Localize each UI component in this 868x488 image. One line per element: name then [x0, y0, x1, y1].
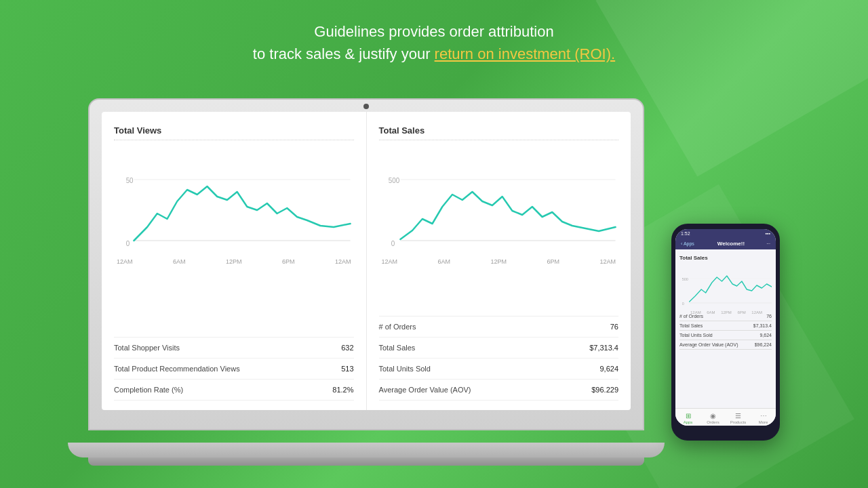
- right-stat-label-1: Total Sales: [379, 344, 416, 352]
- phone-back-button[interactable]: ‹ Apps: [681, 241, 694, 246]
- header-line2-prefix: to track sales & justify your: [253, 45, 435, 62]
- right-stat-row-1: Total Sales $7,313.4: [379, 338, 619, 359]
- phone-content: Total Sales 500 0 12AM6AM12PM6PM12AM: [675, 249, 776, 408]
- left-label-3: 6PM: [282, 258, 295, 265]
- right-stat-value-0: 76: [610, 323, 618, 331]
- right-stat-row-0: # of Orders 76: [379, 317, 619, 338]
- right-label-3: 6PM: [547, 258, 559, 265]
- phone-nav-orders[interactable]: ◉ Orders: [701, 411, 726, 424]
- left-stats-list: Total Shopper Visits 632 Total Product R…: [114, 337, 354, 401]
- left-chart-svg: 50 0: [114, 146, 354, 254]
- header-line2: to track sales & justify your return on …: [0, 43, 868, 65]
- laptop-base: [68, 443, 665, 458]
- phone-stat-row-1: Total Sales $7,313.4: [679, 321, 772, 331]
- laptop-device: Total Views 50 0 12AM 6AM: [88, 98, 658, 458]
- phone-nav-orders-label: Orders: [701, 420, 726, 424]
- stat-label-0: Total Shopper Visits: [114, 344, 180, 352]
- phone-menu-dots[interactable]: ···: [766, 241, 770, 246]
- right-label-4: 12AM: [599, 258, 616, 265]
- phone-nav-apps[interactable]: ⊞ Apps: [675, 411, 701, 424]
- phone-nav-title: Welcome!!: [698, 241, 764, 247]
- left-y-zero: 0: [126, 240, 130, 247]
- stat-label-1: Total Product Recommendation Views: [114, 365, 240, 373]
- phone-stat-row-2: Total Units Sold 9,624: [679, 331, 772, 340]
- phone-bottom-nav: ⊞ Apps ◉ Orders ☰ Products ⋯ More: [675, 408, 776, 426]
- phone-nav-products[interactable]: ☰ Products: [726, 411, 751, 424]
- phone-body: 1:52 ▪▪▪ ‹ Apps Welcome!! ··· Total Sale…: [671, 224, 780, 441]
- phone-nav-more-label: More: [751, 420, 776, 424]
- stat-row-1: Total Product Recommendation Views 513: [114, 359, 354, 380]
- phone-stat-label-1: Total Sales: [679, 323, 703, 328]
- laptop-body: Total Views 50 0 12AM 6AM: [88, 98, 644, 430]
- phone-nav-bar: ‹ Apps Welcome!! ···: [675, 238, 776, 249]
- right-stat-value-3: $96.229: [591, 386, 618, 394]
- right-chart-area: 500 0 12AM 6AM 12PM 6PM 12AM: [379, 146, 619, 309]
- phone-section-title: Total Sales: [679, 255, 772, 261]
- header-line1: Guidelines provides order attribution: [0, 20, 868, 43]
- right-panel: Total Sales 500 0 12AM 6AM: [367, 112, 631, 410]
- phone-time: 1:52: [681, 231, 690, 236]
- left-label-0: 12AM: [117, 258, 133, 265]
- stat-value-2: 81.2%: [332, 386, 353, 394]
- phone-screen: 1:52 ▪▪▪ ‹ Apps Welcome!! ··· Total Sale…: [675, 229, 776, 426]
- left-chart-area: 50 0 12AM 6AM 12PM 6PM 12AM: [114, 146, 354, 330]
- header-section: Guidelines provides order attribution to…: [0, 20, 868, 65]
- phone-stat-value-2: 9,624: [760, 333, 772, 338]
- right-y-label: 500: [388, 177, 399, 184]
- stat-row-0: Total Shopper Visits 632: [114, 338, 354, 359]
- more-icon: ⋯: [759, 411, 768, 420]
- right-chart-labels: 12AM 6AM 12PM 6PM 12AM: [379, 258, 619, 265]
- phone-stats-list: # of Orders 76 Total Sales $7,313.4 Tota…: [679, 312, 772, 350]
- right-stat-value-1: $7,313.4: [589, 344, 618, 352]
- phone-nav-more[interactable]: ⋯ More: [751, 411, 776, 424]
- phone-stat-label-2: Total Units Sold: [679, 333, 713, 338]
- laptop-camera: [363, 104, 369, 109]
- phone-chart-svg: 500 0: [679, 264, 772, 308]
- phone-stat-value-0: 76: [766, 314, 772, 319]
- phone-chart-area: 500 0 12AM6AM12PM6PM12AM: [679, 264, 772, 308]
- phone-device: 1:52 ▪▪▪ ‹ Apps Welcome!! ··· Total Sale…: [671, 224, 780, 441]
- svg-text:500: 500: [682, 277, 688, 281]
- phone-icons: ▪▪▪: [766, 231, 770, 236]
- phone-stat-value-3: $96,224: [755, 342, 772, 347]
- right-stat-row-3: Average Order Value (AOV) $96.229: [379, 380, 619, 401]
- right-stats-list: # of Orders 76 Total Sales $7,313.4 Tota…: [379, 316, 619, 401]
- right-y-zero: 0: [391, 240, 395, 247]
- phone-nav-apps-label: Apps: [675, 420, 701, 424]
- phone-stat-label-3: Average Order Value (AOV): [679, 342, 738, 347]
- stat-row-2: Completion Rate (%) 81.2%: [114, 380, 354, 401]
- phone-stat-label-0: # of Orders: [679, 314, 703, 319]
- header-line2-highlight: return on investment (ROI).: [435, 45, 616, 62]
- right-label-1: 6AM: [437, 258, 450, 265]
- stat-value-0: 632: [341, 344, 353, 352]
- right-stat-label-0: # of Orders: [379, 323, 416, 331]
- orders-icon: ◉: [709, 411, 718, 420]
- laptop-screen: Total Views 50 0 12AM 6AM: [102, 112, 631, 410]
- left-label-2: 12PM: [226, 258, 242, 265]
- right-stat-value-2: 9,624: [599, 365, 618, 373]
- phone-stat-value-1: $7,313.4: [753, 323, 772, 328]
- phone-stat-row-3: Average Order Value (AOV) $96,224: [679, 340, 772, 350]
- stat-label-2: Completion Rate (%): [114, 386, 183, 394]
- laptop-foot: [88, 458, 644, 466]
- svg-text:0: 0: [682, 302, 684, 306]
- left-panel: Total Views 50 0 12AM 6AM: [102, 112, 367, 410]
- left-label-1: 6AM: [173, 258, 186, 265]
- left-chart-labels: 12AM 6AM 12PM 6PM 12AM: [114, 258, 354, 265]
- right-panel-title: Total Sales: [379, 125, 619, 140]
- phone-status-bar: 1:52 ▪▪▪: [675, 229, 776, 238]
- left-y-label: 50: [126, 177, 134, 184]
- right-label-0: 12AM: [382, 258, 398, 265]
- right-label-2: 12PM: [490, 258, 507, 265]
- products-icon: ☰: [734, 411, 743, 420]
- left-panel-title: Total Views: [114, 125, 354, 140]
- apps-icon: ⊞: [684, 411, 693, 420]
- right-stat-label-3: Average Order Value (AOV): [379, 386, 471, 394]
- stat-value-1: 513: [341, 365, 353, 373]
- left-label-4: 12AM: [335, 258, 351, 265]
- phone-nav-products-label: Products: [726, 420, 751, 424]
- right-chart-svg: 500 0: [379, 146, 619, 254]
- right-stat-row-2: Total Units Sold 9,624: [379, 359, 619, 380]
- right-stat-label-2: Total Units Sold: [379, 365, 431, 373]
